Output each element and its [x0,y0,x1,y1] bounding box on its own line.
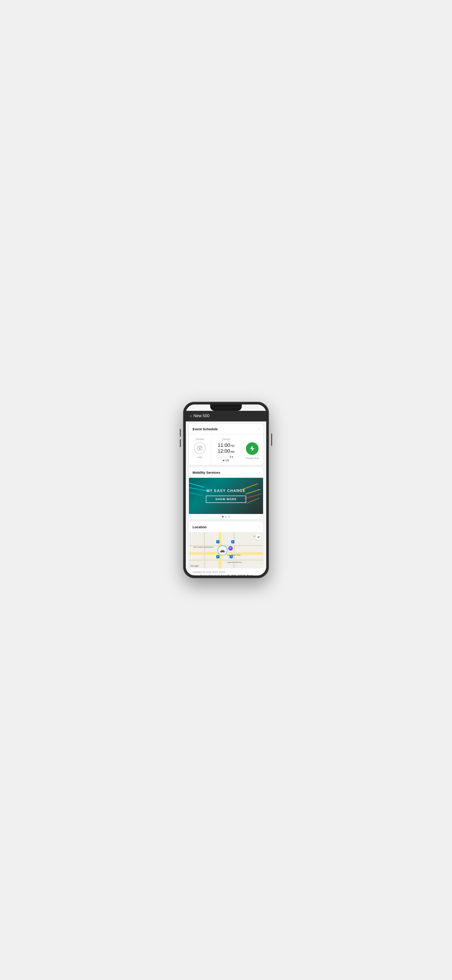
map-refresh-button[interactable]: ↺ [255,534,261,540]
event-grid: Climate ! Add [189,434,263,465]
app-header: ‹ New 500 [186,411,266,422]
charge-schedule-section: Charge 11:00 PM 12:00 AM [211,434,241,465]
on-indicator [223,460,224,461]
event-schedule-header[interactable]: Event Schedule › [189,424,263,434]
day-s2: S [232,456,233,458]
day-s1: S [219,456,220,458]
day-w: W [225,456,227,458]
charge-now-button[interactable] [246,442,259,455]
google-logo: G o o g l e [191,565,198,567]
period-1: PM [230,444,234,447]
phone-device: ‹ New 500 Event Schedule › Climate [183,402,269,578]
location-header[interactable]: Location › [189,522,263,532]
car-icon: 🚗 [220,548,225,553]
dot-3[interactable] [228,516,230,518]
streak-cyan-3 [189,492,202,496]
blue-marker-2: P [231,540,234,543]
volume-up-button[interactable] [180,429,181,437]
calendar-icon: ! [197,445,203,451]
charge-times: 11:00 PM 12:00 AM [218,442,234,454]
day-m: M [221,456,223,458]
add-label: Add [198,456,202,458]
app-screen: ‹ New 500 Event Schedule › Climate [186,404,266,576]
map-label-agenzia: Agenzia delle Entr [228,561,242,563]
back-button[interactable]: ‹ [190,414,192,418]
parking-marker: P [228,546,233,550]
location-info: Updated 23 June 2020, 09:50 Near Corso G… [189,568,263,576]
period-2: AM [230,450,234,453]
days-row: S M T W T F S [219,456,233,458]
time-2: 12:00 [218,448,230,454]
phone-notch [210,404,242,411]
location-title: Location [193,525,207,529]
day-t2: T [228,456,229,458]
event-schedule-title: Event Schedule [193,427,218,431]
climate-label: Climate [195,438,204,441]
mobility-services-card: Mobility Services › MY EASY CHARGE SHOW … [189,467,263,519]
day-t1: T [223,456,225,458]
climate-section: Climate ! Add [189,434,211,465]
show-more-button[interactable]: SHOW MORE [206,496,246,503]
mobility-services-title: Mobility Services [193,471,220,474]
dot-1[interactable] [222,516,224,518]
charge-label: Charge [222,438,230,441]
map-background: Fiat Chrysle Automobiles Caio Mario Park… [189,532,263,568]
location-updated: Updated 23 June 2020, 09:50 [193,571,259,573]
blue-marker-1: P [216,540,219,543]
charge-now-label: Charge Now [245,457,259,460]
road-h-3 [189,560,263,561]
streak-yellow-2 [245,489,260,494]
mobility-banner: MY EASY CHARGE SHOW MORE [189,478,263,514]
phone-screen: ‹ New 500 Event Schedule › Climate [186,404,266,576]
on-label: ON [225,459,229,462]
time-row-1: 11:00 PM [218,442,234,448]
day-f: F [230,456,231,458]
volume-down-button[interactable] [180,439,181,447]
streak-cyan-1 [189,482,205,488]
mobility-chevron-icon: › [259,470,259,474]
location-chevron-icon: › [259,525,259,529]
on-status: ON [223,459,229,462]
event-schedule-chevron-icon: › [259,427,259,431]
power-button[interactable] [271,433,272,446]
carousel-dots [189,514,263,519]
blue-marker-3: P [216,555,219,558]
page-title: New 500 [193,414,209,418]
mobility-services-header[interactable]: Mobility Services › [189,467,263,478]
charge-now-section: Charge Charge Now [241,434,263,465]
event-schedule-card: Event Schedule › Climate [189,424,263,465]
map-label-fiat: Fiat Chrysle Automobiles [193,546,213,548]
lightning-icon [249,445,255,452]
map-container: Fiat Chrysle Automobiles Caio Mario Park… [189,532,263,568]
time-row-2: 12:00 AM [218,448,234,454]
time-1: 11:00 [218,442,230,448]
banner-title: MY EASY CHARGE [206,489,246,493]
dot-2[interactable] [225,516,227,518]
blue-marker-4: P [230,555,233,558]
calendar-icon-circle[interactable]: ! [194,442,206,454]
location-address: Near Corso Giovanni Agnelli, 200, 10135 … [193,574,259,576]
streak-orange-1 [247,498,259,504]
location-card: Location › Fiat Chrysle Auto [189,522,263,576]
road-v-3 [204,532,205,568]
map-label-park: Caio Mario Park [228,554,241,556]
car-location-marker: 🚗 [217,546,227,555]
